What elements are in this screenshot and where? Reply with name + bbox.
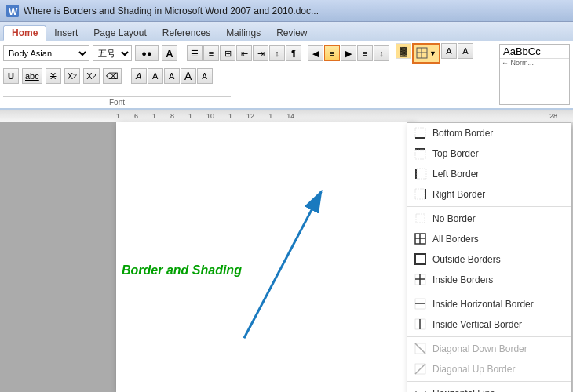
- line-spacing-button[interactable]: ↕: [374, 45, 389, 61]
- menu-item-bottom-border-label: Bottom Border: [432, 128, 564, 139]
- bullet-list-button[interactable]: ☰: [187, 45, 203, 61]
- menu-item-left-border[interactable]: Left Border: [407, 164, 571, 184]
- text-highlight-button[interactable]: A: [148, 68, 163, 84]
- title-bar: W Where is Borders and Shading in Micros…: [0, 0, 573, 22]
- tab-pagelayout[interactable]: Page Layout: [86, 25, 154, 41]
- svg-line-28: [415, 343, 425, 354]
- tab-mailings[interactable]: Mailings: [218, 25, 268, 41]
- document-page: [116, 122, 414, 392]
- ribbon-tab-bar: Home Insert Page Layout References Maili…: [0, 22, 573, 41]
- numbered-list-button[interactable]: ≡: [203, 45, 219, 61]
- font-size-number: ●●: [135, 45, 159, 61]
- svg-text:W: W: [9, 6, 18, 17]
- document-area: Border and Shading Bottom Border Top Bor…: [0, 122, 573, 392]
- inside-borders-icon: [414, 273, 428, 287]
- menu-item-horizontal-line[interactable]: Horizontal Line: [407, 383, 571, 392]
- separator-2: [407, 292, 571, 292]
- menu-item-inside-borders-label: Inside Borders: [432, 274, 564, 285]
- diagonal-down-icon: [414, 342, 428, 356]
- window-title: Where is Borders and Shading in Microsof…: [24, 5, 567, 16]
- subscript-button[interactable]: X2: [64, 68, 80, 84]
- style-normal: AaBbCc: [500, 45, 569, 59]
- inside-v-border-icon: [414, 318, 428, 332]
- svg-rect-19: [415, 254, 425, 264]
- ribbon: Body Asian 五号 ●● A ☰ ≡ ⊞ ⇤ ⇥ ↕ ¶ ◀ ≡ ▶ ≡…: [0, 41, 573, 110]
- menu-item-all-borders[interactable]: All Borders: [407, 229, 571, 249]
- horizontal-line-icon: [414, 387, 428, 392]
- font-color-button[interactable]: A: [458, 43, 473, 59]
- menu-item-diagonal-up-label: Diagonal Up Border: [432, 364, 564, 375]
- no-border-icon: [414, 212, 428, 226]
- annotation-text: Border and Shading: [122, 263, 242, 278]
- styles-panel: AaBbCc ← Norm...: [499, 44, 570, 105]
- format-clear-button[interactable]: ⌫: [103, 68, 122, 84]
- svg-line-30: [415, 364, 425, 374]
- menu-item-no-border-label: No Border: [432, 213, 564, 224]
- outside-borders-icon: [414, 252, 428, 267]
- menu-item-outside-borders[interactable]: Outside Borders: [407, 249, 571, 270]
- menu-item-diagonal-up[interactable]: Diagonal Up Border: [407, 359, 571, 379]
- clear-format-button[interactable]: A: [162, 45, 177, 61]
- menu-item-right-border-label: Right Border: [432, 189, 564, 200]
- svg-rect-13: [415, 189, 425, 199]
- menu-item-inside-borders[interactable]: Inside Borders: [407, 270, 571, 290]
- menu-item-inside-v-border-label: Inside Vertical Border: [432, 319, 564, 330]
- menu-item-horizontal-line-label: Horizontal Line: [432, 388, 564, 392]
- menu-item-top-border[interactable]: Top Border: [407, 143, 571, 164]
- ruler-marks: 1618110112114: [116, 112, 294, 120]
- menu-item-diagonal-down-label: Diagonal Down Border: [432, 343, 564, 354]
- app-icon: W: [6, 5, 19, 17]
- multilevel-list-button[interactable]: ⊞: [220, 45, 235, 61]
- tab-review[interactable]: Review: [268, 25, 315, 41]
- sort-button[interactable]: ↕: [269, 45, 285, 61]
- superscript-button[interactable]: X2: [83, 68, 99, 84]
- style-normal-label: ← Norm...: [500, 59, 569, 67]
- align-right-button[interactable]: ▶: [341, 45, 356, 61]
- separator-1: [407, 206, 571, 207]
- shading-button[interactable]: ▓: [396, 43, 411, 59]
- svg-rect-7: [415, 128, 425, 138]
- shrink-font-button[interactable]: A: [197, 68, 213, 84]
- align-center-button[interactable]: ≡: [324, 45, 340, 61]
- menu-item-no-border[interactable]: No Border: [407, 209, 571, 229]
- svg-rect-15: [416, 214, 425, 223]
- border-dropdown-menu: Bottom Border Top Border Left Border Rig…: [407, 122, 571, 392]
- font-size-select[interactable]: 五号: [93, 45, 132, 61]
- ruler-right: 28: [549, 112, 557, 120]
- bold-button[interactable]: U: [3, 68, 19, 84]
- menu-item-diagonal-down[interactable]: Diagonal Down Border: [407, 339, 571, 359]
- right-border-icon: [414, 187, 428, 201]
- show-hide-button[interactable]: ¶: [286, 45, 301, 61]
- tab-insert[interactable]: Insert: [46, 25, 86, 41]
- increase-indent-button[interactable]: ⇥: [253, 45, 268, 61]
- strikethrough-button[interactable]: X: [46, 68, 61, 84]
- menu-item-right-border[interactable]: Right Border: [407, 184, 571, 205]
- align-left-button[interactable]: ◀: [308, 45, 323, 61]
- font-color2-button[interactable]: A: [164, 68, 180, 84]
- font-family-select[interactable]: Body Asian: [3, 45, 89, 61]
- top-border-icon: [414, 147, 428, 161]
- menu-item-bottom-border[interactable]: Bottom Border: [407, 123, 571, 143]
- highlight-button[interactable]: A: [441, 43, 457, 59]
- bottom-border-icon: [414, 126, 428, 140]
- font-section-label: Font: [3, 96, 231, 107]
- text-effects-button[interactable]: A: [131, 68, 147, 84]
- border-dropdown-button[interactable]: ▼: [412, 43, 440, 64]
- left-border-icon: [414, 167, 428, 181]
- ruler: 1618110112114 28: [0, 110, 573, 122]
- svg-rect-12: [417, 169, 426, 179]
- tab-references[interactable]: References: [155, 25, 218, 41]
- tab-home[interactable]: Home: [3, 25, 46, 41]
- menu-item-left-border-label: Left Border: [432, 169, 564, 180]
- menu-item-all-borders-label: All Borders: [432, 234, 564, 245]
- justify-button[interactable]: ≡: [357, 45, 373, 61]
- separator-4: [407, 381, 571, 382]
- grow-font-button[interactable]: A: [181, 68, 196, 84]
- decrease-indent-button[interactable]: ⇤: [236, 45, 252, 61]
- svg-rect-10: [415, 150, 425, 159]
- menu-item-inside-v-border[interactable]: Inside Vertical Border: [407, 314, 571, 335]
- menu-item-inside-h-border-label: Inside Horizontal Border: [432, 299, 564, 310]
- diagonal-up-icon: [414, 362, 428, 376]
- menu-item-inside-h-border[interactable]: Inside Horizontal Border: [407, 294, 571, 314]
- underline-button[interactable]: abc: [22, 68, 42, 84]
